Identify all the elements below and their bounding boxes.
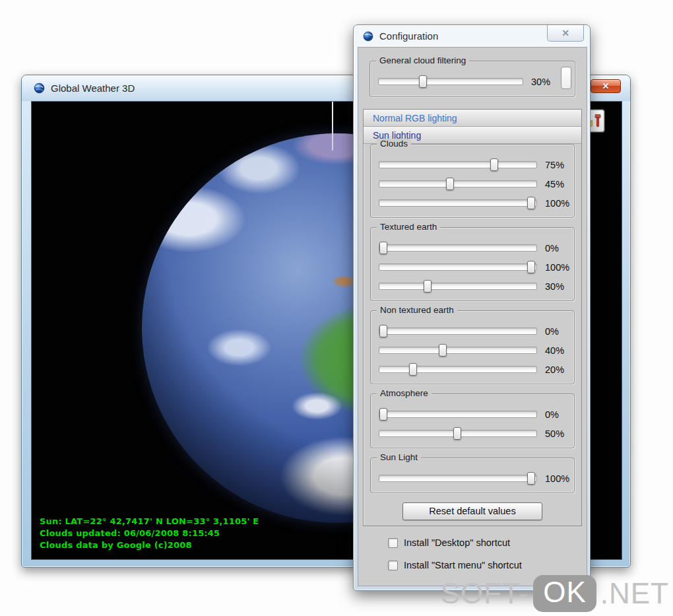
watermark: SOFT- OK .NET: [441, 575, 669, 612]
slider-thumb[interactable]: [439, 344, 447, 357]
group-atmosphere: Atmosphere 0% 50%: [370, 394, 575, 448]
group-non-textured-earth: Non textured earth 0% 40% 20%: [370, 310, 575, 384]
slider-thumb[interactable]: [419, 75, 427, 88]
slider-row: 100%: [371, 469, 570, 488]
slider-thumb[interactable]: [409, 363, 417, 376]
slider-row: 20%: [371, 360, 570, 379]
slider-thumb[interactable]: [527, 197, 535, 209]
group-label: Clouds: [377, 139, 411, 149]
install-desktop-shortcut-row: Install "Desktop" shortcut: [388, 537, 587, 549]
slider-row: 75%: [371, 155, 570, 174]
slider-thumb[interactable]: [490, 158, 498, 171]
scrollbar-thumb[interactable]: [561, 67, 571, 89]
group-label: Textured earth: [377, 222, 440, 232]
clouds-slider-3[interactable]: [379, 199, 537, 207]
group-sun-light: Sun Light 100%: [370, 458, 575, 493]
slider-value: 75%: [545, 160, 564, 170]
slider-value: 0%: [545, 326, 559, 337]
slider-row: 100%: [371, 193, 570, 213]
main-window-close-button[interactable]: ✕: [591, 79, 621, 93]
non-textured-earth-slider-2[interactable]: [379, 347, 537, 354]
slider-thumb[interactable]: [446, 178, 454, 190]
slider-row: 0%: [371, 322, 570, 341]
slider-row: 0%: [371, 238, 570, 257]
slider-row: 0%: [371, 405, 570, 424]
install-start-menu-shortcut-row: Install "Start menu" shortcut: [388, 559, 587, 571]
watermark-badge: OK: [533, 575, 596, 612]
slider-row: 50%: [371, 424, 570, 443]
group-textured-earth: Textured earth 0% 100% 30%: [370, 227, 575, 301]
configuration-dialog: Configuration ✕ General cloud filtering …: [353, 24, 591, 591]
slider-row: 100%: [371, 257, 570, 277]
slider-row: 40%: [371, 341, 570, 360]
slider-thumb[interactable]: [453, 427, 461, 440]
globe-icon: [34, 83, 45, 94]
general-cloud-filtering-slider[interactable]: [378, 78, 523, 85]
slider-value: 30%: [531, 77, 550, 87]
slider-value: 20%: [545, 364, 564, 375]
sun-light-slider[interactable]: [379, 475, 537, 482]
group-general-cloud-filtering: General cloud filtering 30%: [369, 61, 575, 97]
globe-icon: [363, 31, 373, 42]
group-label: General cloud filtering: [376, 55, 469, 65]
checkbox-label: Install "Start menu" shortcut: [404, 560, 522, 570]
status-line-clouds-updated: Clouds updated: 06/06/2008 8:15:45: [40, 528, 259, 539]
lighting-panel: Normal RGB lighting Sun lighting Clouds …: [363, 109, 582, 526]
dialog-title: Configuration: [379, 30, 438, 42]
mode-label: Normal RGB lighting: [373, 113, 457, 123]
group-label: Sun Light: [377, 452, 421, 462]
group-label: Atmosphere: [377, 388, 432, 398]
slider-value: 100%: [545, 198, 569, 209]
slider-row: 45%: [371, 174, 570, 193]
textured-earth-slider-1[interactable]: [379, 244, 537, 252]
slider-thumb[interactable]: [379, 325, 387, 337]
page: Global Weather 3D ✕ Sun: LAT=22° 42,7417…: [0, 0, 673, 616]
slider-thumb[interactable]: [527, 472, 535, 485]
watermark-prefix: SOFT-: [441, 577, 530, 610]
slider-row: 30%: [371, 277, 570, 296]
main-window-title: Global Weather 3D: [51, 83, 135, 94]
non-textured-earth-slider-3[interactable]: [379, 366, 537, 373]
close-icon: ✕: [602, 81, 610, 91]
group-clouds: Clouds 75% 45% 100%: [370, 144, 575, 218]
checkbox-label: Install "Desktop" shortcut: [404, 537, 510, 548]
status-line-clouds-data: Clouds data by Google (c)2008: [40, 539, 259, 551]
group-label: Non textured earth: [377, 305, 457, 315]
dialog-close-button[interactable]: ✕: [547, 25, 584, 42]
slider-value: 45%: [545, 179, 564, 189]
slider-value: 40%: [545, 345, 564, 356]
slider-thumb[interactable]: [527, 261, 535, 273]
atmosphere-slider-1[interactable]: [379, 411, 537, 418]
close-icon: ✕: [561, 28, 569, 38]
status-line-sun: Sun: LAT=22° 42,7417' N LON=33° 3,1105' …: [40, 516, 259, 528]
earth-axis-line: [332, 102, 333, 151]
slider-thumb[interactable]: [379, 242, 387, 254]
install-start-menu-shortcut-checkbox[interactable]: [388, 561, 398, 570]
dialog-client-area: General cloud filtering 30% Normal RGB l…: [358, 47, 587, 586]
slider-value: 30%: [545, 281, 564, 292]
watermark-suffix: .NET: [600, 577, 669, 610]
slider-value: 0%: [545, 243, 559, 254]
slider-value: 50%: [545, 428, 564, 439]
mode-normal-rgb-lighting[interactable]: Normal RGB lighting: [364, 110, 581, 127]
non-textured-earth-slider-1[interactable]: [379, 327, 537, 335]
slider-value: 0%: [545, 409, 559, 420]
install-desktop-shortcut-checkbox[interactable]: [388, 538, 398, 548]
textured-earth-slider-2[interactable]: [379, 263, 537, 271]
reset-default-values-button[interactable]: Reset default values: [402, 502, 542, 520]
clouds-slider-1[interactable]: [379, 161, 537, 168]
slider-row: 30%: [370, 72, 571, 91]
dialog-titlebar[interactable]: Configuration ✕: [354, 25, 590, 47]
slider-value: 100%: [545, 262, 569, 273]
slider-value: 100%: [545, 473, 569, 484]
clouds-slider-2[interactable]: [379, 180, 537, 188]
slider-thumb[interactable]: [424, 280, 432, 292]
slider-thumb[interactable]: [379, 408, 387, 421]
textured-earth-slider-3[interactable]: [379, 283, 537, 290]
atmosphere-slider-2[interactable]: [379, 430, 537, 437]
status-text: Sun: LAT=22° 42,7417' N LON=33° 3,1105' …: [40, 516, 259, 551]
